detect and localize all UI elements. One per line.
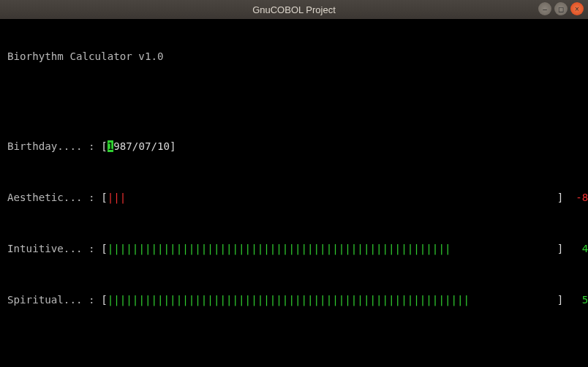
spiritual-pct: 51% — [582, 294, 588, 306]
spiritual-label: Spiritual... : — [7, 294, 101, 306]
blank-line — [7, 89, 581, 102]
bracket-open: [ — [101, 140, 108, 152]
intuitive-label: Intuitive... : — [7, 243, 101, 254]
aesthetic-label: Aesthetic... : — [7, 192, 101, 203]
minimize-button[interactable]: – — [538, 2, 551, 15]
blank-line-2 — [7, 345, 581, 358]
maximize-button[interactable]: ◻ — [554, 2, 568, 15]
birthday-label: Birthday.... : — [7, 140, 101, 152]
birthday-input-line: Birthday.... : [1987/07/10] — [7, 140, 581, 154]
aesthetic-bar: ||| — [108, 192, 557, 205]
window-controls: – ◻ × — [538, 2, 584, 15]
bracket-close: ] — [170, 140, 176, 152]
terminal-area[interactable]: Biorhythm Calculator v1.0 Birthday.... :… — [0, 19, 588, 367]
close-button[interactable]: × — [570, 2, 584, 15]
titlebar[interactable]: GnuCOBOL Project – ◻ × — [0, 0, 588, 19]
birthday-input[interactable]: 1987/07/10 — [108, 140, 170, 152]
aesthetic-bar-line: Aesthetic... : [||| ] -89% — [7, 192, 581, 205]
intuitive-pct: 48% — [582, 243, 588, 254]
intuitive-bar: ||||||||||||||||||||||||||||||||||||||||… — [108, 243, 557, 256]
spiritual-bar-line: Spiritual... : [||||||||||||||||||||||||… — [7, 294, 581, 307]
window-title: GnuCOBOL Project — [252, 4, 336, 15]
spiritual-bar: ||||||||||||||||||||||||||||||||||||||||… — [108, 294, 557, 307]
app-title: Biorhythm Calculator v1.0 — [7, 50, 581, 64]
text-cursor: 1 — [108, 140, 114, 152]
intuitive-bar-line: Intuitive... : [||||||||||||||||||||||||… — [7, 243, 581, 256]
aesthetic-pct: -89% — [576, 192, 588, 203]
app-window: GnuCOBOL Project – ◻ × Biorhythm Calcula… — [0, 0, 588, 367]
